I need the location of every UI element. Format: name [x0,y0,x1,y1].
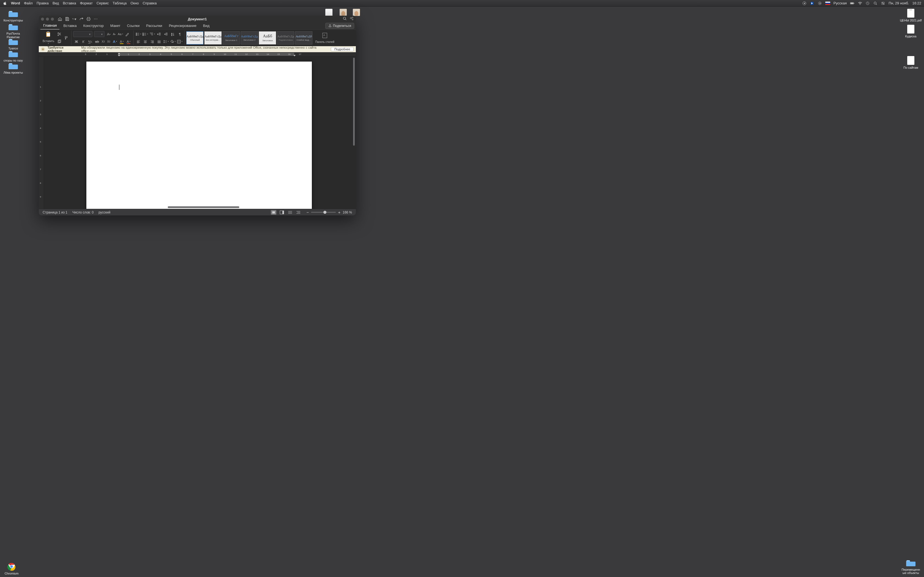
highlight-icon[interactable]: A▾ [118,39,125,45]
minimize-button[interactable] [46,18,49,21]
save-icon[interactable] [65,17,69,21]
desktop-folder[interactable]: Перемещенн ые объекты [900,559,922,575]
multilevel-list-icon[interactable]: ▾ [149,31,155,37]
zoom-value[interactable]: 166 % [342,211,352,214]
numbering-icon[interactable]: 123▾ [142,31,149,37]
align-right-icon[interactable] [149,39,155,45]
status-lang[interactable]: русский [99,211,110,214]
zoom-out-button[interactable]: − [306,210,309,214]
input-language[interactable]: Русская [834,1,847,5]
banner-close-icon[interactable]: ✕ [41,47,45,51]
menu-window[interactable]: Окно [130,1,139,5]
spotlight-icon[interactable] [873,1,877,5]
vertical-scrollbar[interactable] [352,58,355,208]
timemachine-icon[interactable] [866,1,870,5]
tab-references[interactable]: Ссылки [124,23,142,29]
menu-view[interactable]: Вид [53,1,59,5]
undo-icon[interactable]: ▾ [72,17,76,21]
qat-more-icon[interactable]: ⋯ [94,17,98,21]
menubar-time[interactable]: 16:22 [912,1,921,5]
desktop-file[interactable]: ЦЕНЫ 2021.pdf [900,9,922,22]
sort-icon[interactable]: AZ [170,31,176,37]
desktop-folder[interactable]: Туапсе [2,38,24,50]
view-web-icon[interactable] [287,210,293,215]
menu-table[interactable]: Таблица [113,1,126,5]
font-color-icon[interactable]: A▾ [125,39,132,45]
show-marks-icon[interactable]: ¶ [176,31,183,37]
bullets-icon[interactable]: ▾ [135,31,142,37]
app-name[interactable]: Word [11,1,20,5]
activity-icon[interactable] [349,16,354,21]
align-justify-icon[interactable] [156,39,162,45]
borders-icon[interactable]: ▾ [176,39,183,45]
tab-insert[interactable]: Вставка [60,23,79,29]
desktop-folder[interactable]: Лёва проекты [2,62,24,74]
line-spacing-icon[interactable]: ▾ [163,39,169,45]
increase-indent-icon[interactable] [163,31,169,37]
style-normal[interactable]: АаБбВвГгДдОбычный [186,31,204,45]
home-icon[interactable] [58,17,62,21]
menubar-date[interactable]: Пн, 29 нояб. [888,1,909,5]
telegram-tray-icon[interactable] [802,1,806,5]
decrease-indent-icon[interactable] [156,31,162,37]
battery-icon[interactable] [850,1,855,5]
now-playing-icon[interactable] [817,1,822,5]
first-line-indent-marker[interactable] [118,53,120,54]
zoom-in-button[interactable]: + [338,210,341,214]
menu-help[interactable]: Справка [143,1,157,5]
clear-format-icon[interactable] [124,31,130,37]
desktop-folder[interactable]: РусПочта Развитие [2,23,24,39]
cut-icon[interactable] [56,31,62,37]
control-center-icon[interactable] [881,1,885,5]
shrink-font-icon[interactable]: A▾ [111,31,116,37]
status-words[interactable]: Число слов: 0 [72,211,94,214]
grow-font-icon[interactable]: A▴ [106,31,111,37]
view-focus-icon[interactable] [279,210,285,215]
style-subtle-emph[interactable]: АаБбВвГгДдСлабое выд… [295,31,312,45]
tab-design[interactable]: Конструктор [81,23,107,29]
zoom-button[interactable] [51,18,54,21]
subscript-icon[interactable]: X2 [101,39,106,45]
document-canvas[interactable] [44,56,356,209]
vertical-ruler[interactable]: 123 456 789 [39,56,44,209]
desktop-app-chromium[interactable]: Chromium [0,562,23,575]
share-button[interactable]: Поделиться [325,23,354,29]
tab-mailings[interactable]: Рассылки [144,23,165,29]
titlebar[interactable]: ▾ ⋯ Документ1 [39,16,356,22]
horizontal-scrollbar[interactable] [50,206,351,208]
text-effects-icon[interactable]: A▾ [111,39,118,45]
menu-edit[interactable]: Правка [37,1,48,5]
menu-file[interactable]: Файл [24,1,33,5]
copy-icon[interactable] [56,39,62,45]
page[interactable] [86,61,312,209]
format-painter-icon[interactable] [63,35,69,41]
view-outline-icon[interactable] [296,210,301,215]
zoom-slider[interactable] [311,212,336,213]
wifi-icon[interactable] [858,1,862,5]
font-size-combo[interactable]: ▾ [94,31,105,37]
underline-icon[interactable]: Ч▾ [87,39,93,45]
status-page[interactable]: Страница 1 из 1 [43,211,67,214]
shading-icon[interactable]: ▾ [170,39,176,45]
styles-pane-button[interactable]: A Панель стилей [314,32,335,44]
horizontal-ruler[interactable]: 3211234567891011121314151617 [39,52,356,56]
desktop[interactable]: Конструкторы РусПочта Развитие Туапсе сп… [0,6,924,577]
close-button[interactable] [41,18,44,21]
style-heading1[interactable]: АаБбВвГгЗаголовок 1 [223,31,240,45]
tab-view[interactable]: Вид [200,23,212,29]
desktop-folder[interactable]: споры по газу [2,50,24,62]
paste-button[interactable]: Вставить ▾ [42,31,55,45]
style-title[interactable]: АаБбЗаголовок [259,31,276,45]
tab-review[interactable]: Рецензирование [166,23,199,29]
style-heading2[interactable]: АаБбВвГгДдЗаголовок 2 [241,31,258,45]
superscript-icon[interactable]: X2 [106,39,111,45]
search-icon[interactable] [342,16,347,21]
desktop-folder[interactable]: Конструкторы [2,10,24,22]
redo-icon[interactable] [79,17,84,21]
menu-format[interactable]: Формат [80,1,93,5]
menu-tools[interactable]: Сервис [97,1,109,5]
right-indent-marker[interactable] [293,55,296,56]
style-no-spacing[interactable]: АаБбВвГгДдБез интерва… [204,31,222,45]
apple-icon[interactable] [3,1,7,5]
align-center-icon[interactable] [142,39,149,45]
